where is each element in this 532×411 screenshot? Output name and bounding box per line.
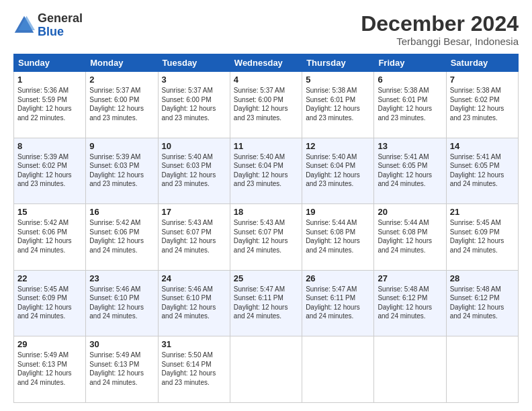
- calendar-day-cell: 15Sunrise: 5:42 AM Sunset: 6:06 PM Dayli…: [14, 204, 86, 271]
- day-number: 13: [378, 141, 442, 151]
- day-number: 24: [162, 273, 226, 283]
- calendar-week-row: 15Sunrise: 5:42 AM Sunset: 6:06 PM Dayli…: [14, 204, 519, 271]
- day-info: Sunrise: 5:49 AM Sunset: 6:13 PM Dayligh…: [17, 351, 82, 387]
- calendar-day-cell: 6Sunrise: 5:38 AM Sunset: 6:01 PM Daylig…: [374, 72, 446, 138]
- calendar-day-cell: 19Sunrise: 5:44 AM Sunset: 6:08 PM Dayli…: [302, 204, 374, 271]
- calendar-day-cell: 8Sunrise: 5:39 AM Sunset: 6:02 PM Daylig…: [14, 138, 86, 204]
- day-info: Sunrise: 5:45 AM Sunset: 6:09 PM Dayligh…: [17, 285, 82, 321]
- calendar-day-cell: 26Sunrise: 5:47 AM Sunset: 6:11 PM Dayli…: [302, 270, 374, 336]
- calendar-day-cell: 20Sunrise: 5:44 AM Sunset: 6:08 PM Dayli…: [374, 204, 446, 271]
- day-number: 7: [450, 75, 515, 85]
- day-number: 26: [306, 273, 370, 283]
- calendar-day-cell: 25Sunrise: 5:47 AM Sunset: 6:11 PM Dayli…: [230, 270, 302, 336]
- day-info: Sunrise: 5:49 AM Sunset: 6:13 PM Dayligh…: [89, 351, 154, 387]
- day-info: Sunrise: 5:48 AM Sunset: 6:12 PM Dayligh…: [378, 285, 442, 321]
- day-info: Sunrise: 5:47 AM Sunset: 6:11 PM Dayligh…: [234, 285, 298, 321]
- day-number: 2: [89, 75, 154, 85]
- page: General Blue December 2024 Terbanggi Bes…: [0, 0, 532, 411]
- calendar-day-cell: 27Sunrise: 5:48 AM Sunset: 6:12 PM Dayli…: [374, 270, 446, 336]
- day-info: Sunrise: 5:43 AM Sunset: 6:07 PM Dayligh…: [162, 218, 226, 255]
- day-number: 9: [89, 141, 154, 151]
- calendar-header-row: SundayMondayTuesdayWednesdayThursdayFrid…: [14, 54, 519, 72]
- day-number: 10: [162, 141, 226, 151]
- day-number: 20: [378, 207, 442, 217]
- day-info: Sunrise: 5:48 AM Sunset: 6:12 PM Dayligh…: [450, 285, 515, 321]
- calendar-day-cell: 31Sunrise: 5:50 AM Sunset: 6:14 PM Dayli…: [158, 336, 230, 403]
- day-number: 22: [17, 273, 82, 283]
- calendar-day-cell: 13Sunrise: 5:41 AM Sunset: 6:05 PM Dayli…: [374, 138, 446, 204]
- calendar-day-cell: 5Sunrise: 5:38 AM Sunset: 6:01 PM Daylig…: [302, 72, 374, 138]
- day-info: Sunrise: 5:38 AM Sunset: 6:01 PM Dayligh…: [378, 86, 442, 122]
- day-number: 5: [306, 75, 370, 85]
- day-number: 25: [234, 273, 298, 283]
- calendar-week-row: 1Sunrise: 5:36 AM Sunset: 5:59 PM Daylig…: [14, 72, 519, 138]
- day-number: 12: [306, 141, 370, 151]
- calendar-day-cell: 28Sunrise: 5:48 AM Sunset: 6:12 PM Dayli…: [446, 270, 518, 336]
- day-number: 23: [89, 273, 154, 283]
- day-number: 31: [162, 339, 226, 349]
- day-info: Sunrise: 5:50 AM Sunset: 6:14 PM Dayligh…: [162, 351, 226, 387]
- day-number: 17: [162, 207, 226, 217]
- calendar-day-cell: [302, 336, 374, 403]
- day-number: 15: [17, 207, 82, 217]
- day-number: 8: [17, 141, 82, 151]
- calendar-day-header: Thursday: [302, 54, 374, 72]
- calendar-day-header: Monday: [86, 54, 158, 72]
- logo: General Blue: [13, 12, 83, 39]
- calendar-day-cell: 12Sunrise: 5:40 AM Sunset: 6:04 PM Dayli…: [302, 138, 374, 204]
- subtitle: Terbanggi Besar, Indonesia: [361, 36, 519, 47]
- day-info: Sunrise: 5:40 AM Sunset: 6:04 PM Dayligh…: [306, 152, 370, 189]
- day-info: Sunrise: 5:39 AM Sunset: 6:03 PM Dayligh…: [89, 152, 154, 189]
- day-info: Sunrise: 5:36 AM Sunset: 5:59 PM Dayligh…: [17, 86, 82, 122]
- calendar-day-cell: [230, 336, 302, 403]
- calendar-day-cell: [374, 336, 446, 403]
- day-info: Sunrise: 5:41 AM Sunset: 6:05 PM Dayligh…: [378, 152, 442, 189]
- day-info: Sunrise: 5:44 AM Sunset: 6:08 PM Dayligh…: [306, 218, 370, 255]
- day-info: Sunrise: 5:42 AM Sunset: 6:06 PM Dayligh…: [89, 218, 154, 255]
- day-info: Sunrise: 5:40 AM Sunset: 6:04 PM Dayligh…: [234, 152, 298, 189]
- calendar-table: SundayMondayTuesdayWednesdayThursdayFrid…: [13, 54, 519, 403]
- day-number: 18: [234, 207, 298, 217]
- calendar-day-cell: 17Sunrise: 5:43 AM Sunset: 6:07 PM Dayli…: [158, 204, 230, 271]
- calendar-day-cell: 2Sunrise: 5:37 AM Sunset: 6:00 PM Daylig…: [86, 72, 158, 138]
- calendar-day-cell: [446, 336, 518, 403]
- day-number: 28: [450, 273, 515, 283]
- day-info: Sunrise: 5:42 AM Sunset: 6:06 PM Dayligh…: [17, 218, 82, 255]
- day-info: Sunrise: 5:38 AM Sunset: 6:01 PM Dayligh…: [306, 86, 370, 122]
- calendar-day-cell: 29Sunrise: 5:49 AM Sunset: 6:13 PM Dayli…: [14, 336, 86, 403]
- logo-text: General Blue: [38, 12, 83, 39]
- day-info: Sunrise: 5:38 AM Sunset: 6:02 PM Dayligh…: [450, 86, 515, 122]
- calendar-week-row: 8Sunrise: 5:39 AM Sunset: 6:02 PM Daylig…: [14, 138, 519, 204]
- calendar-day-header: Saturday: [446, 54, 518, 72]
- calendar-day-cell: 18Sunrise: 5:43 AM Sunset: 6:07 PM Dayli…: [230, 204, 302, 271]
- calendar-day-cell: 23Sunrise: 5:46 AM Sunset: 6:10 PM Dayli…: [86, 270, 158, 336]
- calendar-day-cell: 7Sunrise: 5:38 AM Sunset: 6:02 PM Daylig…: [446, 72, 518, 138]
- day-info: Sunrise: 5:37 AM Sunset: 6:00 PM Dayligh…: [162, 86, 226, 122]
- day-info: Sunrise: 5:37 AM Sunset: 6:00 PM Dayligh…: [234, 86, 298, 122]
- day-number: 11: [234, 141, 298, 151]
- day-number: 19: [306, 207, 370, 217]
- day-number: 6: [378, 75, 442, 85]
- day-number: 21: [450, 207, 515, 217]
- calendar-week-row: 29Sunrise: 5:49 AM Sunset: 6:13 PM Dayli…: [14, 336, 519, 403]
- calendar-week-row: 22Sunrise: 5:45 AM Sunset: 6:09 PM Dayli…: [14, 270, 519, 336]
- calendar-day-cell: 1Sunrise: 5:36 AM Sunset: 5:59 PM Daylig…: [14, 72, 86, 138]
- day-info: Sunrise: 5:47 AM Sunset: 6:11 PM Dayligh…: [306, 285, 370, 321]
- calendar-day-cell: 16Sunrise: 5:42 AM Sunset: 6:06 PM Dayli…: [86, 204, 158, 271]
- header: General Blue December 2024 Terbanggi Bes…: [13, 12, 519, 47]
- logo-line1: General: [38, 12, 83, 26]
- day-number: 30: [89, 339, 154, 349]
- day-number: 16: [89, 207, 154, 217]
- calendar-day-header: Friday: [374, 54, 446, 72]
- calendar-day-cell: 11Sunrise: 5:40 AM Sunset: 6:04 PM Dayli…: [230, 138, 302, 204]
- day-info: Sunrise: 5:39 AM Sunset: 6:02 PM Dayligh…: [17, 152, 82, 189]
- calendar-day-cell: 9Sunrise: 5:39 AM Sunset: 6:03 PM Daylig…: [86, 138, 158, 204]
- calendar-day-header: Wednesday: [230, 54, 302, 72]
- calendar-day-header: Tuesday: [158, 54, 230, 72]
- day-number: 3: [162, 75, 226, 85]
- day-info: Sunrise: 5:41 AM Sunset: 6:05 PM Dayligh…: [450, 152, 515, 189]
- calendar-day-header: Sunday: [14, 54, 86, 72]
- day-info: Sunrise: 5:46 AM Sunset: 6:10 PM Dayligh…: [89, 285, 154, 321]
- day-number: 4: [234, 75, 298, 85]
- day-number: 29: [17, 339, 82, 349]
